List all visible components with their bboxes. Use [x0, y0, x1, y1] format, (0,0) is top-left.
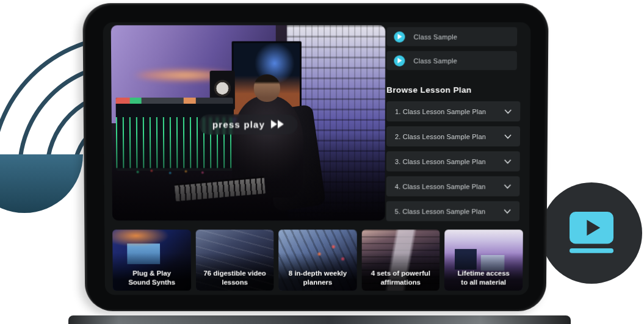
- card-caption: Plug & Play Sound Synths: [113, 269, 191, 286]
- class-sample-button-1[interactable]: Class Sample: [386, 27, 517, 46]
- lesson-label: 3. Class Lesson Sample Plan: [395, 157, 486, 165]
- feature-card-video-lessons: 76 digestible video lessons: [195, 229, 273, 290]
- feature-cards-row: Plug & Play Sound Synths 76 digestible v…: [112, 229, 523, 290]
- feature-card-sound-synths: Plug & Play Sound Synths: [112, 229, 191, 290]
- chevron-down-icon: [504, 159, 512, 164]
- caption-line: 76 digestible video: [196, 269, 274, 278]
- caption-line: to all material: [444, 278, 523, 286]
- lesson-accordion-3[interactable]: 3. Class Lesson Sample Plan: [386, 151, 520, 171]
- caption-line: lessons: [196, 278, 274, 286]
- browse-lesson-plan-heading: Browse Lesson Plan: [386, 85, 520, 95]
- class-sample-label: Class Sample: [413, 57, 457, 64]
- lesson-accordion-4[interactable]: 4. Class Lesson Sample Plan: [386, 176, 520, 196]
- press-play-label: press play: [212, 119, 265, 129]
- lesson-label: 1. Class Lesson Sample Plan: [395, 107, 486, 115]
- feature-card-weekly-planners: 8 in-depth weekly planners: [278, 229, 356, 290]
- caption-line: 8 in-depth weekly: [278, 269, 356, 278]
- class-sample-label: Class Sample: [414, 33, 458, 40]
- press-play-button[interactable]: press play: [199, 114, 298, 134]
- fast-forward-icon: [271, 120, 284, 129]
- caption-line: Lifetime access: [444, 269, 523, 278]
- card-caption: Lifetime access to all material: [444, 269, 523, 286]
- course-video-player[interactable]: press play: [111, 25, 386, 220]
- play-icon: [394, 55, 405, 66]
- lesson-label: 5. Class Lesson Sample Plan: [395, 207, 486, 215]
- chevron-down-icon: [504, 184, 511, 189]
- caption-line: Plug & Play: [113, 269, 191, 278]
- chevron-down-icon: [504, 109, 512, 113]
- tablet-device-frame: press play Class Sample: [82, 3, 549, 311]
- video-player-icon: [570, 212, 613, 254]
- tablet-base-reflection: [68, 315, 571, 324]
- card-caption: 4 sets of powerful affirmations: [361, 269, 440, 286]
- chevron-down-icon: [504, 134, 512, 139]
- lesson-accordion-5[interactable]: 5. Class Lesson Sample Plan: [386, 201, 520, 221]
- page-background: press play Class Sample: [0, 0, 644, 324]
- video-badge-circle: [541, 182, 642, 284]
- lesson-accordion-1[interactable]: 1. Class Lesson Sample Plan: [386, 101, 520, 121]
- play-icon: [394, 31, 405, 42]
- lesson-label: 4. Class Lesson Sample Plan: [395, 182, 486, 190]
- lesson-label: 2. Class Lesson Sample Plan: [395, 133, 486, 140]
- lesson-accordion-2[interactable]: 2. Class Lesson Sample Plan: [386, 126, 520, 146]
- card-caption: 8 in-depth weekly planners: [278, 269, 356, 286]
- feature-card-lifetime-access: Lifetime access to all material: [444, 229, 523, 290]
- sidebar: Class Sample Class Sample Browse Lesson …: [386, 27, 521, 226]
- chevron-down-icon: [504, 209, 511, 214]
- card-caption: 76 digestible video lessons: [196, 269, 274, 286]
- caption-line: Sound Synths: [113, 278, 191, 286]
- caption-line: affirmations: [361, 278, 440, 286]
- tablet-screen: press play Class Sample: [103, 22, 531, 295]
- class-sample-button-2[interactable]: Class Sample: [386, 51, 517, 70]
- caption-line: 4 sets of powerful: [361, 269, 440, 278]
- feature-card-affirmations: 4 sets of powerful affirmations: [361, 229, 440, 290]
- caption-line: planners: [279, 278, 357, 286]
